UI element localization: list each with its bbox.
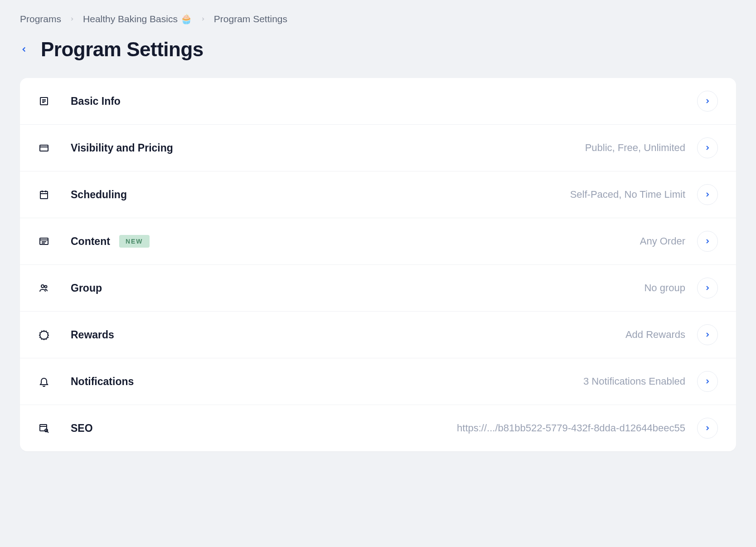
row-label: Content [71,235,110,248]
row-value: No group [644,282,685,294]
row-value: Self-Paced, No Time Limit [570,189,685,200]
content-icon [38,235,50,247]
back-button[interactable] [20,45,28,54]
row-label: Group [71,282,102,294]
svg-rect-4 [40,145,48,151]
breadcrumb-programs[interactable]: Programs [20,14,61,24]
breadcrumb-program-name[interactable]: Healthy Baking Basics 🧁 [83,14,192,24]
settings-card: Basic Info Visibility and Pricing Public… [20,78,736,451]
svg-rect-6 [40,191,48,199]
row-rewards[interactable]: Rewards Add Rewards [20,312,736,358]
svg-rect-16 [40,425,47,431]
row-value: Public, Free, Unlimited [585,142,685,154]
card-icon [38,142,50,154]
row-visibility-pricing[interactable]: Visibility and Pricing Public, Free, Unl… [20,125,736,171]
search-browser-icon [38,422,50,434]
chevron-right-icon [697,418,718,439]
chevron-right-icon [697,371,718,392]
row-scheduling[interactable]: Scheduling Self-Paced, No Time Limit [20,171,736,218]
chevron-right-icon [697,231,718,252]
document-icon [38,95,50,107]
chevron-right-icon [697,184,718,205]
row-label: Basic Info [71,95,121,107]
chevron-right-icon [697,91,718,112]
row-label: Scheduling [71,189,127,201]
breadcrumb-current: Program Settings [214,14,287,24]
row-value: Any Order [640,235,685,247]
chevron-right-icon [69,16,75,22]
row-label: Visibility and Pricing [71,142,173,154]
row-label: SEO [71,422,93,435]
chevron-right-icon [697,278,718,298]
page-title: Program Settings [41,38,204,61]
group-icon [38,282,50,294]
title-row: Program Settings [20,38,736,61]
row-group[interactable]: Group No group [20,265,736,312]
chevron-right-icon [697,137,718,158]
row-value: Add Rewards [625,329,685,341]
row-label: Notifications [71,376,134,388]
row-content[interactable]: Content NEW Any Order [20,218,736,265]
row-label: Rewards [71,329,114,341]
svg-point-14 [41,285,44,288]
row-value: 3 Notifications Enabled [583,376,685,387]
row-notifications[interactable]: Notifications 3 Notifications Enabled [20,358,736,405]
svg-line-19 [48,432,49,433]
chevron-right-icon [697,324,718,345]
reward-icon [38,329,50,341]
calendar-icon [38,189,50,200]
row-seo[interactable]: SEO https://.../b81bb522-5779-432f-8dda-… [20,405,736,451]
bell-icon [38,376,50,387]
breadcrumb: Programs Healthy Baking Basics 🧁 Program… [20,14,736,24]
row-value: https://.../b81bb522-5779-432f-8dda-d126… [457,422,685,434]
row-basic-info[interactable]: Basic Info [20,78,736,125]
svg-point-15 [45,286,47,288]
new-badge: NEW [119,235,150,248]
chevron-right-icon [200,16,206,22]
